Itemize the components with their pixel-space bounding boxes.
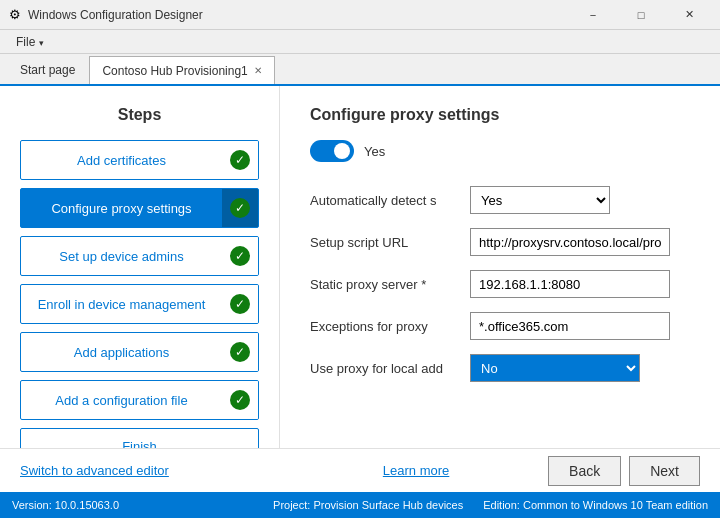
form-label-exceptions: Exceptions for proxy: [310, 319, 470, 334]
footer-center: Learn more: [284, 463, 548, 478]
version-text: Version: 10.0.15063.0: [12, 499, 119, 511]
edition-text: Edition: Common to Windows 10 Team editi…: [483, 499, 708, 511]
finish-button[interactable]: Finish: [20, 428, 259, 448]
form-row-static-proxy: Static proxy server *: [310, 270, 690, 298]
toggle-track: [310, 140, 354, 162]
learn-more-link[interactable]: Learn more: [383, 463, 449, 478]
right-panel: Configure proxy settings Yes Automatical…: [280, 86, 720, 448]
advanced-editor-link[interactable]: Switch to advanced editor: [20, 463, 169, 478]
step-label-device-admins: Set up device admins: [21, 239, 222, 274]
footer-left: Switch to advanced editor: [20, 463, 284, 478]
status-bar: Version: 10.0.15063.0 Project: Provision…: [0, 492, 720, 518]
step-check-config-file: ✓: [222, 381, 258, 419]
main-content: Steps Add certificates✓Configure proxy s…: [0, 86, 720, 448]
check-circle-proxy: ✓: [230, 198, 250, 218]
form-row-setup-script: Setup script URL: [310, 228, 690, 256]
check-circle-add-certs: ✓: [230, 150, 250, 170]
next-button[interactable]: Next: [629, 456, 700, 486]
app-icon: ⚙: [8, 8, 22, 22]
step-label-proxy: Configure proxy settings: [21, 191, 222, 226]
toggle-thumb: [334, 143, 350, 159]
left-panel: Steps Add certificates✓Configure proxy s…: [0, 86, 280, 448]
maximize-button[interactable]: □: [618, 0, 664, 30]
form-control-exceptions: [470, 312, 690, 340]
step-btn-add-apps[interactable]: Add applications✓: [20, 332, 259, 372]
proxy-toggle[interactable]: [310, 140, 354, 162]
form-row-local-addr: Use proxy for local addNoYes: [310, 354, 690, 382]
step-label-device-mgmt: Enroll in device management: [21, 287, 222, 322]
input-exceptions[interactable]: [470, 312, 670, 340]
form-label-setup-script: Setup script URL: [310, 235, 470, 250]
select-auto-detect[interactable]: YesNo: [470, 186, 610, 214]
form-control-local-addr: NoYes: [470, 354, 690, 382]
project-text: Project: Provision Surface Hub devices: [273, 499, 463, 511]
step-btn-config-file[interactable]: Add a configuration file✓: [20, 380, 259, 420]
form-fields: Automatically detect sYesNoSetup script …: [310, 186, 690, 382]
step-btn-device-mgmt[interactable]: Enroll in device management✓: [20, 284, 259, 324]
input-setup-script[interactable]: [470, 228, 670, 256]
step-label-config-file: Add a configuration file: [21, 383, 222, 418]
form-label-auto-detect: Automatically detect s: [310, 193, 470, 208]
form-row-auto-detect: Automatically detect sYesNo: [310, 186, 690, 214]
tab-start-page[interactable]: Start page: [8, 56, 87, 84]
footer-right: Back Next: [548, 456, 700, 486]
back-button[interactable]: Back: [548, 456, 621, 486]
form-control-auto-detect: YesNo: [470, 186, 690, 214]
check-circle-add-apps: ✓: [230, 342, 250, 362]
step-btn-device-admins[interactable]: Set up device admins✓: [20, 236, 259, 276]
check-circle-config-file: ✓: [230, 390, 250, 410]
form-row-exceptions: Exceptions for proxy: [310, 312, 690, 340]
step-check-add-apps: ✓: [222, 333, 258, 371]
file-menu[interactable]: File ▾: [8, 33, 52, 51]
toggle-row: Yes: [310, 140, 690, 162]
select-local-addr[interactable]: NoYes: [470, 354, 640, 382]
step-btn-proxy[interactable]: Configure proxy settings✓: [20, 188, 259, 228]
toggle-yes-label: Yes: [364, 144, 385, 159]
form-control-setup-script: [470, 228, 690, 256]
step-btn-add-certs[interactable]: Add certificates✓: [20, 140, 259, 180]
title-bar: ⚙ Windows Configuration Designer − □ ✕: [0, 0, 720, 30]
step-check-add-certs: ✓: [222, 141, 258, 179]
check-circle-device-admins: ✓: [230, 246, 250, 266]
file-menu-arrow: ▾: [39, 38, 44, 48]
minimize-button[interactable]: −: [570, 0, 616, 30]
footer: Switch to advanced editor Learn more Bac…: [0, 448, 720, 492]
menu-bar: File ▾: [0, 30, 720, 54]
steps-container: Add certificates✓Configure proxy setting…: [20, 140, 259, 420]
tab-bar: Start page Contoso Hub Provisioning1 ✕: [0, 54, 720, 86]
form-label-local-addr: Use proxy for local add: [310, 361, 470, 376]
step-label-add-certs: Add certificates: [21, 143, 222, 178]
step-check-device-admins: ✓: [222, 237, 258, 275]
check-circle-device-mgmt: ✓: [230, 294, 250, 314]
section-title: Configure proxy settings: [310, 106, 690, 124]
tab-provisioning[interactable]: Contoso Hub Provisioning1 ✕: [89, 56, 274, 84]
form-control-static-proxy: [470, 270, 690, 298]
step-label-add-apps: Add applications: [21, 335, 222, 370]
app-title: Windows Configuration Designer: [28, 8, 570, 22]
input-static-proxy[interactable]: [470, 270, 670, 298]
step-check-device-mgmt: ✓: [222, 285, 258, 323]
close-button[interactable]: ✕: [666, 0, 712, 30]
steps-title: Steps: [20, 106, 259, 124]
window-controls: − □ ✕: [570, 0, 712, 30]
form-label-static-proxy: Static proxy server *: [310, 277, 470, 292]
tab-close-icon[interactable]: ✕: [254, 65, 262, 76]
step-check-proxy: ✓: [222, 189, 258, 227]
